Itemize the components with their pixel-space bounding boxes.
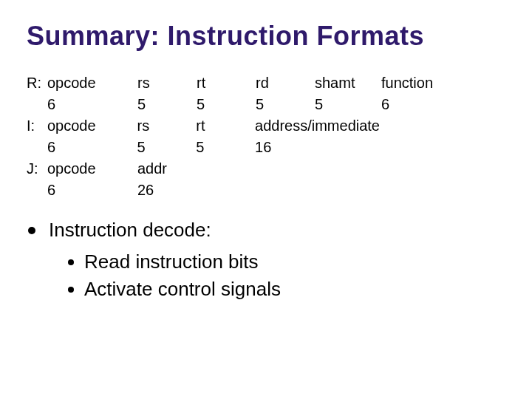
format-r-bits-row: 6 5 5 5 5 6 <box>27 94 505 115</box>
bullet-icon <box>68 259 74 265</box>
decode-heading: Instruction decode: <box>49 219 211 242</box>
decode-heading-line: Instruction decode: <box>28 219 505 242</box>
format-cell <box>27 180 47 201</box>
format-cell: 5 <box>197 94 256 115</box>
list-item-label: Read instruction bits <box>84 250 259 273</box>
format-j-label: J: <box>27 158 47 180</box>
format-cell: opcode <box>47 158 137 180</box>
format-cell: address/immediate <box>255 115 505 137</box>
format-cell: function <box>381 72 448 94</box>
format-cell: 6 <box>47 94 137 115</box>
bullet-icon <box>68 287 74 293</box>
list-item: Activate control signals <box>68 278 505 301</box>
slide: Summary: Instruction Formats R: opcode r… <box>0 0 532 399</box>
format-cell: 5 <box>256 94 315 115</box>
format-cell: 26 <box>137 180 197 201</box>
format-cell: 5 <box>315 94 381 115</box>
format-j-bits-row: 6 26 <box>27 180 505 201</box>
format-cell: 6 <box>47 137 137 158</box>
format-cell <box>27 137 47 158</box>
format-cell: 6 <box>381 94 448 115</box>
format-cell: 5 <box>196 137 255 158</box>
format-cell: rt <box>196 115 255 137</box>
list-item: Read instruction bits <box>68 250 505 273</box>
format-cell: rd <box>256 72 315 94</box>
format-r-fields-row: R: opcode rs rt rd shamt function <box>27 72 505 94</box>
format-cell: 6 <box>47 180 137 201</box>
format-cell: rs <box>137 72 197 94</box>
format-cell: shamt <box>315 72 381 94</box>
format-r-label: R: <box>27 72 47 94</box>
format-cell: rt <box>197 72 256 94</box>
bullet-icon <box>28 227 35 234</box>
format-cell: opcode <box>47 72 137 94</box>
format-i-fields-row: I: opcode rs rt address/immediate <box>27 115 505 137</box>
format-i-bits-row: 6 5 5 16 <box>27 137 505 158</box>
format-cell: opcode <box>47 115 137 137</box>
format-cell: addr <box>137 158 197 180</box>
decode-sublist: Read instruction bits Activate control s… <box>68 250 505 301</box>
format-cell: 5 <box>137 137 197 158</box>
format-cell: 16 <box>255 137 505 158</box>
format-cell: rs <box>137 115 197 137</box>
format-cell <box>27 94 47 115</box>
slide-title: Summary: Instruction Formats <box>27 21 505 52</box>
instruction-formats-block: R: opcode rs rt rd shamt function 6 5 5 … <box>27 72 505 201</box>
format-j-fields-row: J: opcode addr <box>27 158 505 180</box>
format-cell: 5 <box>137 94 197 115</box>
format-i-label: I: <box>27 115 47 137</box>
list-item-label: Activate control signals <box>84 278 281 301</box>
